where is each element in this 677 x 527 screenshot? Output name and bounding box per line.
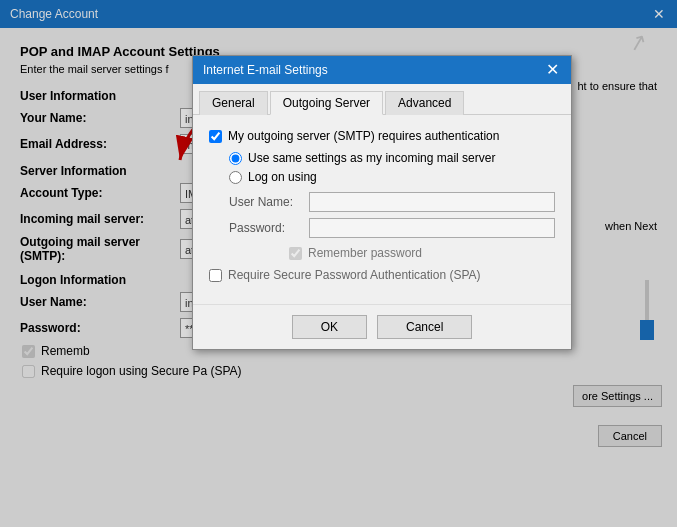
same-settings-radio[interactable] (229, 152, 242, 165)
spa-checkbox[interactable] (209, 269, 222, 282)
password-field-label: Password: (229, 221, 309, 235)
remember-password-checkbox[interactable] (289, 247, 302, 260)
ok-button[interactable]: OK (292, 315, 367, 339)
modal-footer: OK Cancel (193, 304, 571, 349)
same-settings-radio-row: Use same settings as my incoming mail se… (229, 151, 555, 165)
tab-advanced[interactable]: Advanced (385, 91, 464, 115)
log-on-radio[interactable] (229, 171, 242, 184)
credentials-input-group: User Name: Password: (229, 192, 555, 238)
smtp-auth-row: My outgoing server (SMTP) requires authe… (209, 129, 555, 143)
remember-password-label: Remember password (308, 246, 422, 260)
log-on-radio-row: Log on using (229, 170, 555, 184)
cancel-button[interactable]: Cancel (377, 315, 472, 339)
tab-outgoing-server[interactable]: Outgoing Server (270, 91, 383, 115)
spa-label: Require Secure Password Authentication (… (228, 268, 481, 282)
modal-tabs: General Outgoing Server Advanced (193, 84, 571, 115)
username-field-label: User Name: (229, 195, 309, 209)
modal-overlay: Internet E-mail Settings ✕ General Outgo… (0, 0, 677, 527)
username-input-row: User Name: (229, 192, 555, 212)
smtp-auth-label: My outgoing server (SMTP) requires authe… (228, 129, 499, 143)
modal-close-button[interactable]: ✕ (544, 62, 561, 78)
spa-row: Require Secure Password Authentication (… (209, 268, 555, 282)
username-input[interactable] (309, 192, 555, 212)
smtp-auth-checkbox[interactable] (209, 130, 222, 143)
radio-group: Use same settings as my incoming mail se… (229, 151, 555, 184)
modal-dialog: Internet E-mail Settings ✕ General Outgo… (192, 55, 572, 350)
log-on-label: Log on using (248, 170, 317, 184)
same-settings-label: Use same settings as my incoming mail se… (248, 151, 495, 165)
remember-password-row: Remember password (289, 246, 555, 260)
modal-title: Internet E-mail Settings (203, 63, 328, 77)
modal-content: My outgoing server (SMTP) requires authe… (193, 115, 571, 304)
modal-titlebar: Internet E-mail Settings ✕ (193, 56, 571, 84)
password-input-row: Password: (229, 218, 555, 238)
tab-general[interactable]: General (199, 91, 268, 115)
password-input[interactable] (309, 218, 555, 238)
